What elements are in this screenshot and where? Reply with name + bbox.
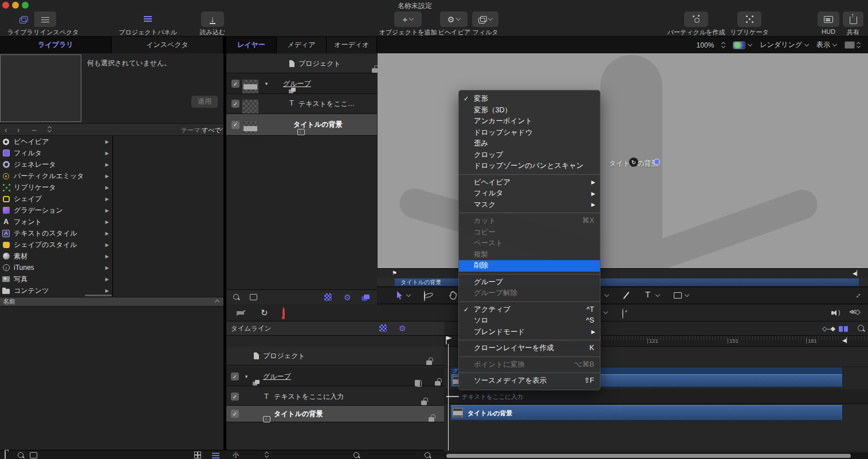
layers-row-group[interactable]: ✓ ▼ グループ xyxy=(226,74,377,94)
3d-transform-tool-icon[interactable] xyxy=(424,291,425,301)
layers-row-title-background[interactable]: ✓ タイトルの背景 xyxy=(226,114,377,136)
active-checkbox[interactable]: ✓ xyxy=(231,393,239,401)
checkerboard-icon[interactable] xyxy=(379,324,387,332)
library-item-materials[interactable]: 素材▶ xyxy=(0,250,112,262)
library-toggle-button[interactable] xyxy=(13,11,34,27)
library-item-itunes[interactable]: ♪iTunes▶ xyxy=(0,262,112,273)
tab-library[interactable]: ライブラリ xyxy=(0,37,112,53)
menu-item-transform-3d[interactable]: 変形（3D） xyxy=(459,105,600,116)
menu-item-reveal-source-media[interactable]: ソースメディアを表示⇧F xyxy=(459,375,600,387)
hud-button[interactable] xyxy=(818,11,839,27)
library-item-replicators[interactable]: リプリケータ▶ xyxy=(0,182,112,193)
active-checkbox[interactable]: ✓ xyxy=(231,100,239,108)
channel-select[interactable] xyxy=(733,41,752,49)
library-item-shape-styles[interactable]: シェイプのスタイル▶ xyxy=(0,239,112,250)
fullscreen-icon[interactable]: ↔ xyxy=(852,289,863,301)
menu-item-blend-mode[interactable]: ブレンドモード▶ xyxy=(459,327,600,338)
zoom-in-icon[interactable] xyxy=(424,452,431,459)
preview-icon[interactable] xyxy=(30,452,37,458)
library-item-text-styles[interactable]: Aテキストのスタイル▶ xyxy=(0,227,112,239)
replicator-button[interactable] xyxy=(737,11,761,27)
menu-item-drop-shadow[interactable]: ドロップシャドウ xyxy=(459,127,600,139)
library-item-filters[interactable]: フィルタ▶ xyxy=(0,147,112,159)
timeline-row-title-background[interactable]: ✓ タイトルの背景 xyxy=(226,406,444,422)
menu-item-paste[interactable]: ペースト xyxy=(459,238,600,249)
scrollbar-handle[interactable] xyxy=(446,454,851,458)
inspector-toggle-button[interactable] xyxy=(34,11,56,27)
menu-item-behaviors[interactable]: ビヘイビア▶ xyxy=(459,177,600,189)
menu-item-delete[interactable]: 削除 xyxy=(459,260,600,272)
search-icon[interactable] xyxy=(17,452,25,459)
bezier-tool-icon[interactable] xyxy=(623,292,630,299)
menu-item-copy[interactable]: コピー xyxy=(459,227,600,238)
jump-start-icon[interactable]: ≪◇ xyxy=(849,308,859,316)
loop-icon[interactable]: ↻ xyxy=(261,308,268,317)
chevron-down-icon[interactable] xyxy=(603,309,608,314)
active-checkbox[interactable]: ✓ xyxy=(231,372,239,380)
menu-item-dropzone-pan-scan[interactable]: ドロップゾーンのパンとスキャン xyxy=(459,160,600,172)
menu-item-active[interactable]: ✓アクティブ^T xyxy=(459,304,600,316)
menu-item-cut[interactable]: カット⌘X xyxy=(459,215,600,227)
library-item-photos[interactable]: 写真▶ xyxy=(0,273,112,285)
import-button[interactable]: ↓ xyxy=(201,11,224,27)
rendering-menu[interactable]: レンダリング xyxy=(760,40,808,50)
behaviors-button[interactable]: ⚙ xyxy=(440,11,468,27)
new-folder-icon[interactable] xyxy=(5,451,6,459)
tab-media[interactable]: メディア xyxy=(277,37,327,53)
view-menu[interactable]: 表示 xyxy=(816,40,836,50)
share-button[interactable] xyxy=(843,11,863,27)
record-icon[interactable] xyxy=(282,307,285,319)
name-column-header[interactable]: 名前 xyxy=(0,297,223,307)
timeline-row-project[interactable]: プロジェクト xyxy=(226,347,444,366)
timeline-scrollbar[interactable] xyxy=(444,453,868,459)
mini-timeline-ruler[interactable]: ⚑ ◀▏ xyxy=(377,268,868,278)
menu-item-group[interactable]: グループ xyxy=(459,277,600,288)
zoom-out-icon[interactable] xyxy=(353,452,360,459)
make-particles-button[interactable] xyxy=(684,11,708,27)
checkerboard-icon[interactable] xyxy=(324,293,332,301)
active-checkbox[interactable]: ✓ xyxy=(231,410,239,418)
add-object-button[interactable]: + xyxy=(394,11,422,27)
playhead-flag-icon[interactable] xyxy=(445,336,452,344)
close-window-button[interactable] xyxy=(2,2,9,9)
timer-icon[interactable] xyxy=(622,308,623,319)
menu-item-mask[interactable]: マスク▶ xyxy=(459,199,600,211)
zoom-window-button[interactable] xyxy=(22,2,29,9)
select-tool-icon[interactable] xyxy=(396,291,403,300)
icon-size-stepper[interactable] xyxy=(265,452,268,457)
menu-item-duplicate[interactable]: 複製 xyxy=(459,249,600,261)
playhead-marker-icon[interactable]: ⚑ xyxy=(392,270,397,276)
text-track-row[interactable]: テキストをここに入力 xyxy=(444,389,868,404)
tab-audio[interactable]: オーディオ xyxy=(327,37,377,53)
gear-icon[interactable]: ⚙ xyxy=(399,324,406,332)
layers-row-text[interactable]: ✓ T テキストをここ… xyxy=(226,94,377,114)
library-item-particle-emitters[interactable]: パーティクルエミッタ▶ xyxy=(0,170,112,182)
tab-inspector[interactable]: インスペクタ xyxy=(112,37,223,53)
keyframe-icon[interactable]: ◇–◆ xyxy=(822,325,835,332)
text-tool-icon[interactable]: T xyxy=(645,289,650,299)
library-item-gradients[interactable]: グラデーション▶ xyxy=(0,205,112,216)
back-button[interactable]: ‹ xyxy=(5,125,7,134)
apply-button[interactable]: 適用 xyxy=(191,96,218,108)
library-item-behaviors[interactable]: ビヘイビア▶ xyxy=(0,136,112,147)
gear-icon[interactable]: ⚙ xyxy=(344,293,351,301)
menu-item-transform[interactable]: ✓変形 xyxy=(459,93,600,105)
horizontal-scrollbar[interactable] xyxy=(85,295,112,296)
menu-item-solo[interactable]: ソロ^S xyxy=(459,315,600,327)
library-item-generators[interactable]: ジェネレータ▶ xyxy=(0,159,112,170)
active-checkbox[interactable]: ✓ xyxy=(231,80,239,88)
menu-item-anchor-point[interactable]: アンカーポイント xyxy=(459,116,600,127)
background-swatch-control[interactable] xyxy=(845,41,860,49)
canvas[interactable]: タイトルの背景 ↻ xyxy=(378,53,868,268)
menu-item-ungroup[interactable]: グループ解除 xyxy=(459,288,600,299)
active-checkbox[interactable]: ✓ xyxy=(231,121,239,129)
chevron-down-icon[interactable] xyxy=(406,292,411,297)
timeline-row-text[interactable]: ✓ T テキストをここに入力 xyxy=(226,388,444,406)
timeline-row-group[interactable]: ✓ ▼ グループ xyxy=(226,367,444,386)
menu-item-make-clone-layer[interactable]: クローンレイヤーを作成K xyxy=(459,343,600,354)
filter-button[interactable] xyxy=(472,11,498,27)
zoom-level-control[interactable]: 100% xyxy=(697,41,714,49)
size-stepper[interactable] xyxy=(48,127,51,132)
menu-item-convert-to-points[interactable]: ポイントに変換⌥⌘B xyxy=(459,359,600,371)
chevron-down-icon[interactable] xyxy=(604,292,609,297)
